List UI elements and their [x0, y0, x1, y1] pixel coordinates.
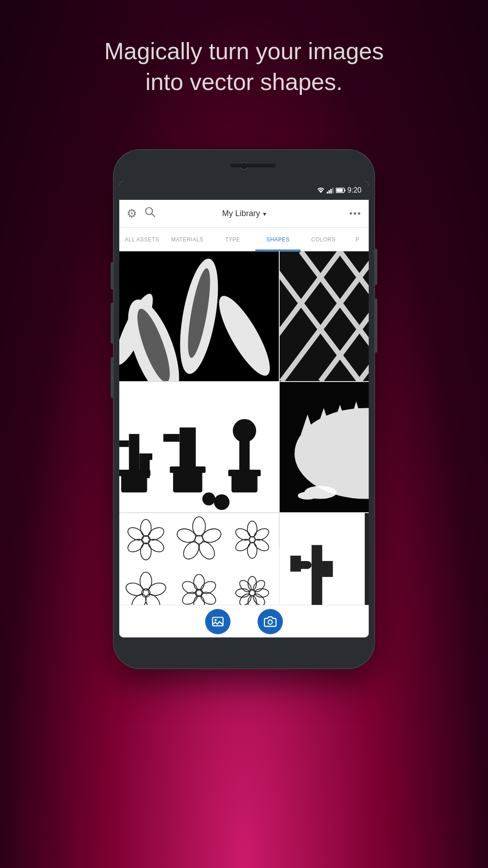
- wifi-icon: [317, 187, 325, 193]
- svg-point-131: [215, 619, 217, 621]
- tab-materials[interactable]: MATERIALS: [164, 228, 210, 251]
- chameleon-thumbnail: [280, 382, 369, 512]
- gear-icon[interactable]: ⚙: [127, 207, 137, 221]
- tabs-bar: ALL ASSETS MATERIALS TYPE SHAPES COLORS …: [119, 228, 369, 251]
- tagline-line1: Magically turn your images: [104, 38, 384, 64]
- svg-point-62: [298, 492, 317, 500]
- svg-point-44: [214, 495, 230, 510]
- svg-rect-3: [330, 189, 332, 193]
- search-icon[interactable]: [144, 206, 156, 221]
- phone-screen: 9:20 ⚙ My Library ▾ ••• ALL ASSETS: [119, 181, 369, 637]
- tab-type[interactable]: TYPE: [210, 228, 255, 251]
- svg-rect-6: [344, 189, 345, 191]
- status-icons: 9:20: [317, 186, 361, 194]
- status-bar: 9:20: [119, 181, 369, 200]
- agave-box-thumbnail: [119, 251, 279, 381]
- svg-rect-1: [327, 192, 328, 193]
- camera-icon: [264, 615, 277, 628]
- svg-point-43: [233, 419, 256, 443]
- svg-rect-35: [173, 470, 202, 492]
- phone-shell: 9:20 ⚙ My Library ▾ ••• ALL ASSETS: [113, 149, 375, 669]
- tab-shapes[interactable]: SHAPES: [255, 228, 300, 251]
- app-bar-title[interactable]: My Library ▾: [222, 209, 266, 218]
- svg-point-59: [331, 451, 336, 456]
- building-thumbnail: [280, 513, 369, 619]
- list-item: Cacti in Pots SVG ···: [119, 382, 279, 512]
- gallery-icon: [211, 615, 224, 628]
- library-title: My Library: [222, 209, 260, 218]
- phone-btn-volume-up: [111, 262, 113, 289]
- svg-rect-107: [365, 513, 369, 619]
- tagline: Magically turn your images into vector s…: [0, 36, 488, 97]
- asset-grid: Agave Box SVG ···: [119, 251, 369, 549]
- status-time: 9:20: [347, 186, 361, 194]
- svg-point-132: [268, 620, 272, 624]
- flowers-thumbnail: [119, 513, 279, 619]
- app-bar: ⚙ My Library ▾ •••: [119, 200, 369, 228]
- svg-rect-39: [163, 434, 179, 442]
- battery-icon: [336, 188, 346, 193]
- phone-btn-right2: [375, 298, 377, 353]
- svg-rect-37: [179, 428, 196, 470]
- dropdown-chevron-icon: ▾: [263, 210, 266, 217]
- tab-more[interactable]: P: [346, 228, 369, 251]
- svg-rect-130: [212, 617, 223, 626]
- svg-rect-2: [328, 190, 330, 193]
- content-area: Agave Box SVG ···: [119, 251, 369, 637]
- svg-point-58: [343, 457, 350, 463]
- gallery-button[interactable]: [205, 609, 230, 634]
- svg-line-9: [152, 214, 155, 217]
- list-item: Agave Box SVG ···: [119, 251, 279, 381]
- svg-rect-32: [119, 441, 129, 447]
- phone-speaker: [230, 164, 276, 167]
- camera-button[interactable]: [258, 609, 283, 634]
- svg-rect-30: [129, 434, 139, 473]
- svg-rect-126: [291, 556, 301, 571]
- cacti-thumbnail: [119, 382, 279, 512]
- list-item: Chameleon Closeup SVG ···: [280, 382, 369, 512]
- phone-btn-power: [375, 249, 377, 285]
- svg-point-56: [356, 453, 362, 460]
- svg-rect-63: [119, 513, 279, 619]
- tab-colors[interactable]: COLORS: [300, 228, 346, 251]
- svg-point-8: [145, 208, 152, 214]
- tab-all-assets[interactable]: ALL ASSETS: [119, 228, 164, 251]
- svg-rect-34: [139, 459, 150, 478]
- svg-rect-7: [336, 189, 343, 192]
- tagline-line2: into vector shapes.: [145, 69, 343, 95]
- list-item: [280, 513, 369, 619]
- bottom-bar: [119, 605, 369, 637]
- svg-rect-128: [322, 561, 333, 577]
- phone-btn-left3: [111, 357, 113, 398]
- svg-point-45: [202, 493, 216, 506]
- list-item: Rope for Border SVG ···: [280, 251, 369, 381]
- phone-btn-volume-down: [111, 303, 113, 344]
- more-options-icon[interactable]: •••: [349, 208, 361, 219]
- rope-thumbnail: [280, 251, 369, 381]
- svg-rect-4: [332, 188, 333, 193]
- signal-icon: [327, 187, 334, 193]
- list-item: [119, 513, 279, 619]
- svg-marker-0: [319, 191, 323, 193]
